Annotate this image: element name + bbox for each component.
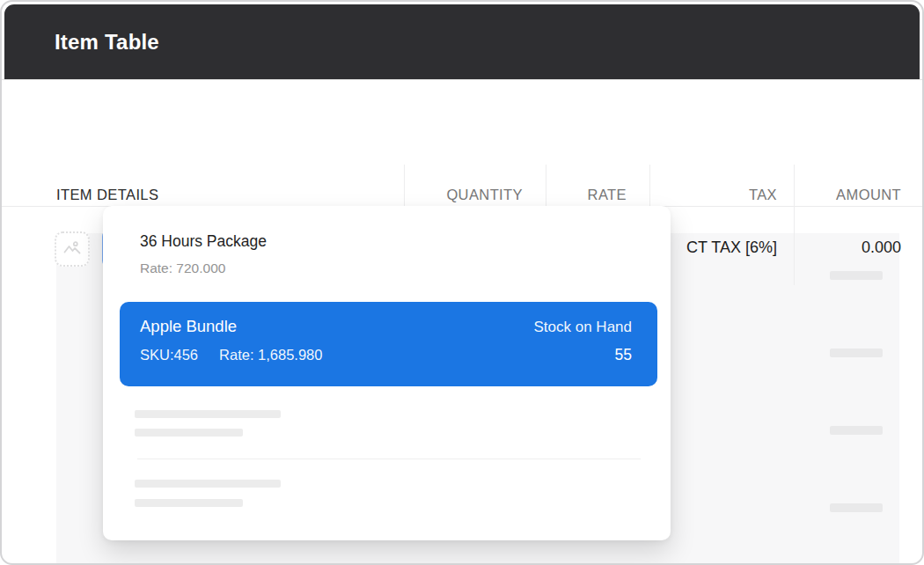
stock-on-hand-label: Stock on Hand [533, 319, 632, 336]
stock-value: 55 [615, 346, 632, 364]
titlebar: Item Table [4, 4, 920, 79]
background-skeleton-bar [830, 349, 883, 357]
background-skeleton-bar [830, 271, 883, 280]
item-rate: Rate: 1,685.980 [219, 347, 322, 363]
column-header-rate: RATE [546, 187, 627, 204]
item-suggestion-dropdown: 36 Hours Package Rate: 720.000 Apple Bun… [103, 206, 671, 540]
item-name: 36 Hours Package [140, 232, 267, 251]
image-placeholder-icon [62, 237, 83, 261]
amount-cell: 0.000 [794, 238, 901, 258]
column-divider [794, 165, 795, 285]
item-table-widget: Item Table ITEM DETAILS QUANTITY RATE TA… [0, 0, 924, 565]
background-skeleton-bar [830, 426, 883, 435]
dropdown-skeleton-bar [135, 480, 281, 488]
dropdown-skeleton-bar [135, 499, 243, 507]
column-header-amount: AMOUNT [794, 187, 901, 204]
item-image-upload[interactable] [55, 231, 90, 267]
background-skeleton-bar [830, 503, 883, 512]
page-title: Item Table [55, 30, 159, 55]
item-rate: Rate: 720.000 [140, 260, 225, 276]
item-name: Apple Bundle [140, 317, 237, 336]
item-sku: SKU:456 [140, 347, 198, 363]
item-table: ITEM DETAILS QUANTITY RATE TAX AMOUNT 1.… [2, 79, 922, 207]
column-header-tax: TAX [649, 187, 777, 204]
column-header-quantity: QUANTITY [404, 187, 523, 204]
dropdown-item-apple-bundle-selected[interactable]: Apple Bundle Stock on Hand SKU:456 Rate:… [120, 302, 657, 386]
dropdown-skeleton-bar [135, 429, 243, 437]
dropdown-skeleton-bar [135, 410, 281, 418]
column-header-item-details: ITEM DETAILS [56, 187, 250, 204]
dropdown-item-36-hours-package[interactable]: 36 Hours Package Rate: 720.000 [103, 218, 671, 292]
dropdown-divider [137, 459, 641, 459]
